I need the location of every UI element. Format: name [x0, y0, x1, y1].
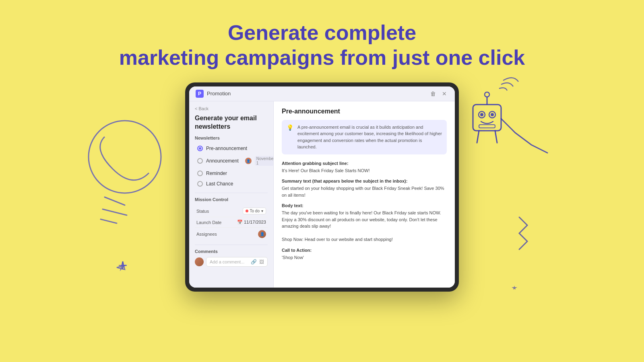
content-value: Get started on your holiday shopping wit… [282, 185, 447, 198]
svg-rect-11 [479, 125, 495, 128]
content-value: 'Shop Now' [282, 254, 447, 261]
panel-heading: Generate your email newsletters [195, 114, 268, 131]
content-label: Body text: [282, 203, 447, 208]
svg-point-7 [489, 111, 495, 118]
status-row: Status To do ▾ [195, 205, 268, 217]
newsletter-label-reminder: Reminder [206, 171, 227, 176]
trash-icon[interactable]: 🗑 [429, 90, 437, 98]
comments-label: Comments [195, 249, 268, 254]
svg-point-5 [479, 111, 485, 118]
svg-line-1 [105, 197, 125, 205]
comment-placeholder: Add a comment... [210, 259, 244, 264]
content-value: It's Here! Our Black Friday Sale Starts … [282, 167, 447, 174]
tablet-device: P Promotion 🗑 ✕ Back Generate your email… [185, 82, 459, 292]
svg-line-3 [101, 219, 117, 223]
comment-input-box[interactable]: Add a comment... 🔗 🖼 [206, 257, 268, 267]
comments-section: Comments Add a comment... 🔗 🖼 [195, 249, 268, 267]
info-text: A pre-announcement email is crucial as i… [297, 124, 442, 150]
left-panel: Back Generate your email newsletters New… [189, 101, 274, 288]
info-box: 💡 A pre-announcement email is crucial as… [282, 120, 447, 154]
app-header-left: P Promotion [196, 90, 231, 98]
image-icon[interactable]: 🖼 [259, 259, 264, 265]
svg-line-12 [477, 131, 479, 143]
app-header: P Promotion 🗑 ✕ [189, 86, 455, 101]
right-panel: Pre-announcement 💡 A pre-announcement em… [274, 101, 455, 288]
content-section: Summary text (that appears below the sub… [282, 179, 447, 198]
svg-line-13 [495, 131, 497, 143]
status-dot [246, 210, 248, 212]
mission-control-label: Mission Control [195, 197, 268, 202]
app-header-icons: 🗑 ✕ [429, 90, 448, 98]
content-section: Body text: The day you've been waiting f… [282, 203, 447, 243]
comment-input-icons: 🔗 🖼 [251, 259, 264, 265]
announcement-date: November 1 [255, 156, 274, 166]
newsletter-item-pre[interactable]: Pre-announcement [195, 144, 268, 153]
newsletter-item-reminder[interactable]: Reminder [195, 169, 268, 178]
divider [195, 193, 268, 193]
announcement-avatar: 👤 [245, 158, 252, 164]
radio-reminder[interactable] [197, 171, 203, 176]
radio-announcement[interactable] [197, 158, 203, 164]
content-section: Attention grabbing subject line: It's He… [282, 161, 447, 174]
svg-rect-4 [473, 105, 501, 131]
newsletter-item-announcement[interactable]: Announcement 👤 November 1 › [195, 154, 268, 168]
svg-point-10 [485, 92, 489, 97]
comment-input-row: Add a comment... 🔗 🖼 [195, 257, 268, 267]
newsletter-label-announcement: Announcement [206, 158, 239, 164]
app-logo: P [196, 90, 204, 98]
tablet-screen: P Promotion 🗑 ✕ Back Generate your email… [189, 86, 455, 288]
assignees-label: Assignees [196, 232, 217, 237]
link-icon[interactable]: 🔗 [251, 259, 257, 265]
mission-control: Mission Control Status To do ▾ Launch Da… [195, 197, 268, 241]
hero-line2: marketing campaigns from just one click [119, 45, 525, 70]
assignee-avatar: 👤 [258, 230, 266, 238]
close-icon[interactable]: ✕ [440, 90, 448, 98]
right-panel-title: Pre-announcement [282, 108, 447, 115]
status-badge[interactable]: To do ▾ [243, 208, 266, 214]
radio-pre[interactable] [197, 146, 203, 151]
app-body: Back Generate your email newsletters New… [189, 101, 455, 288]
launch-date-row: Launch Date 📅 11/17/2023 [195, 217, 268, 228]
info-icon: 💡 [287, 124, 293, 150]
content-label: Attention grabbing subject line: [282, 161, 447, 166]
content-label: Call to Action: [282, 248, 447, 253]
divider-2 [195, 245, 268, 245]
svg-point-8 [491, 113, 494, 116]
content-value: The day you've been waiting for is final… [282, 210, 447, 243]
content-section: Call to Action: 'Shop Now' [282, 248, 447, 261]
svg-line-2 [103, 209, 127, 215]
launch-date-label: Launch Date [196, 220, 221, 225]
status-chevron: ▾ [261, 209, 263, 213]
newsletter-label-last-chance: Last Chance [206, 181, 233, 187]
content-label: Summary text (that appears below the sub… [282, 179, 447, 183]
tablet-frame: P Promotion 🗑 ✕ Back Generate your email… [185, 82, 459, 292]
app-title: Promotion [207, 90, 231, 97]
hero-title: Generate complete marketing campaigns fr… [119, 20, 525, 70]
launch-date-value: 📅 11/17/2023 [237, 220, 266, 225]
status-value: To do [250, 209, 260, 213]
svg-point-6 [480, 113, 483, 116]
status-label: Status [196, 209, 209, 214]
newsletter-item-last-chance[interactable]: Last Chance [195, 179, 268, 189]
back-link[interactable]: Back [195, 106, 268, 111]
content-sections: Attention grabbing subject line: It's He… [282, 161, 447, 261]
hero-line1: Generate complete [119, 20, 525, 45]
assignees-row: Assignees 👤 [195, 228, 268, 241]
newsletters-label: Newsletters [195, 136, 268, 140]
newsletter-label-pre: Pre-announcement [206, 146, 247, 151]
radio-last-chance[interactable] [197, 181, 203, 187]
commenter-avatar [195, 257, 204, 266]
svg-point-0 [89, 121, 161, 193]
